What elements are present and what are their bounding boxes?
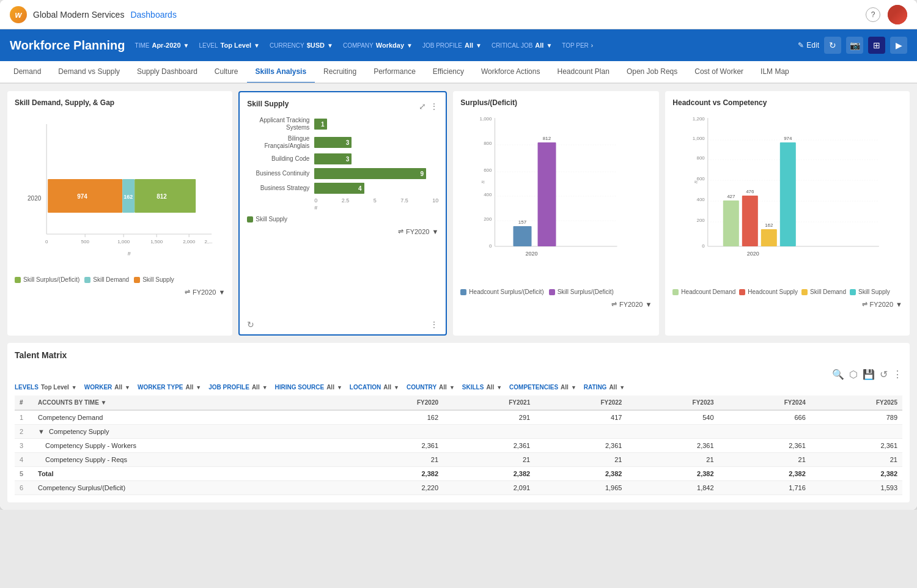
svg-text:2020: 2020 — [28, 195, 42, 202]
save-table-button[interactable]: 💾 — [863, 369, 875, 380]
more-table-button[interactable]: ⋮ — [893, 369, 902, 380]
tab-recruiting[interactable]: Recruiting — [315, 61, 365, 84]
col-fy2021[interactable]: FY2021 — [443, 395, 535, 410]
col-fy2020[interactable]: FY2020 — [352, 395, 443, 410]
skill-supply-title: Skill Supply — [247, 100, 289, 108]
skills-filter[interactable]: SKILLS All ▼ — [462, 384, 502, 391]
ss-x-axis: 02.557.510 — [247, 197, 438, 204]
user-avatar[interactable] — [888, 5, 907, 24]
svg-text:#: # — [128, 251, 131, 257]
svg-text:974: 974 — [77, 193, 87, 200]
svg-text:1,000: 1,000 — [480, 116, 493, 122]
tab-demand-vs-supply[interactable]: Demand vs Supply — [50, 61, 128, 84]
surplus-deficit-footer: ⇌ FY2020 ▼ — [460, 300, 652, 308]
header-actions: ✎ Edit ↻ 📷 ⊞ ▶ — [798, 37, 907, 54]
skill-supply-header: Skill Supply ⤢ ⋮ — [247, 100, 438, 113]
location-filter[interactable]: LOCATION All ▼ — [350, 384, 399, 391]
tab-culture[interactable]: Culture — [206, 61, 247, 84]
tab-workforce-actions[interactable]: Workforce Actions — [473, 61, 548, 84]
level-filter[interactable]: LEVEL Top Level ▼ — [199, 42, 260, 49]
fy-selector-hvc[interactable]: ⇌ FY2020 ▼ — [862, 300, 902, 308]
tab-ilm-map[interactable]: ILM Map — [752, 61, 798, 84]
skill-supply-icons: ⤢ ⋮ — [419, 101, 438, 111]
svg-text:0: 0 — [45, 239, 48, 244]
hiring-source-filter[interactable]: HIRING SOURCE All ▼ — [275, 384, 342, 391]
levels-filter[interactable]: LEVELS Top Level ▼ — [15, 384, 77, 391]
headcount-competency-footer: ⇌ FY2020 ▼ — [672, 300, 902, 308]
refresh-icon-supply[interactable]: ↻ — [247, 320, 254, 329]
job-profile-table-filter[interactable]: JOB PROFILE All ▼ — [208, 384, 267, 391]
ss-row-3: Building Code 3 — [247, 153, 438, 164]
ss-bar-4: 9 — [314, 168, 426, 179]
tab-skills-analysis[interactable]: Skills Analysis — [247, 61, 315, 84]
tab-cost-of-worker[interactable]: Cost of Worker — [686, 61, 752, 84]
tab-open-job-reqs[interactable]: Open Job Reqs — [618, 61, 686, 84]
top-per-filter[interactable]: TOP PER › — [562, 42, 593, 49]
top-bar: w Global Modern Services Dashboards ? — [0, 0, 917, 29]
refresh-button[interactable]: ↻ — [824, 37, 841, 54]
col-accounts[interactable]: ACCOUNTS BY TIME ▼ — [33, 395, 352, 410]
tab-demand[interactable]: Demand — [5, 61, 50, 84]
currency-filter[interactable]: CURRENCY $USD ▼ — [270, 42, 333, 49]
tab-performance[interactable]: Performance — [365, 61, 424, 84]
export-table-button[interactable]: ⬡ — [849, 369, 858, 380]
svg-text:600: 600 — [484, 167, 492, 173]
more-icon-supply[interactable]: ⋮ — [430, 101, 438, 111]
company-filter[interactable]: COMPANY Workday ▼ — [343, 42, 413, 49]
svg-text:200: 200 — [484, 216, 492, 222]
col-fy2023[interactable]: FY2023 — [627, 395, 718, 410]
company-name: Global Modern Services — [33, 10, 124, 20]
svg-text:200: 200 — [697, 218, 705, 223]
fy-selector-surplus[interactable]: ⇌ FY2020 ▼ — [611, 300, 652, 308]
expand-icon[interactable]: ⤢ — [419, 101, 426, 111]
svg-text:1,000: 1,000 — [117, 239, 130, 244]
search-table-button[interactable]: 🔍 — [832, 369, 844, 380]
svg-text:812: 812 — [543, 136, 551, 141]
table-row: 3 Competency Supply - Workers 2,361 2,36… — [15, 439, 902, 453]
reload-table-button[interactable]: ↺ — [880, 369, 888, 380]
worker-filter[interactable]: WORKER All ▼ — [84, 384, 130, 391]
table-row-total: 5 Total 2,382 2,382 2,382 2,382 2,382 2,… — [15, 467, 902, 481]
video-button[interactable]: ▶ — [890, 37, 907, 54]
tab-headcount-plan[interactable]: Headcount Plan — [548, 61, 617, 84]
country-filter[interactable]: COUNTRY All ▼ — [407, 384, 455, 391]
ss-row-1: Applicant Tracking Systems 1 — [247, 117, 438, 131]
legend-demand: Skill Demand — [84, 276, 129, 283]
svg-text:≈: ≈ — [694, 178, 698, 185]
talent-matrix-header: Talent Matrix — [15, 350, 902, 365]
svg-rect-34 — [514, 226, 532, 246]
legend-supply: Skill Supply — [134, 276, 174, 283]
tab-efficiency[interactable]: Efficiency — [424, 61, 473, 84]
fy-selector-supply[interactable]: ⇌ FY2020 ▼ — [398, 227, 438, 235]
svg-text:1,000: 1,000 — [693, 136, 705, 141]
grid-button[interactable]: ⊞ — [868, 37, 885, 54]
w-icon: w — [10, 6, 27, 23]
table-actions: 🔍 ⬡ 💾 ↺ ⋮ — [15, 369, 902, 380]
col-fy2022[interactable]: FY2022 — [535, 395, 627, 410]
more-icon-supply-bottom[interactable]: ⋮ — [430, 320, 438, 329]
col-fy2025[interactable]: FY2025 — [811, 395, 902, 410]
col-fy2024[interactable]: FY2024 — [719, 395, 811, 410]
fy-selector-demand[interactable]: ⇌ FY2020 ▼ — [185, 288, 225, 296]
table-row: 4 Competency Supply - Reqs 21 21 21 21 2… — [15, 453, 902, 467]
header-bar: Workforce Planning TIME Apr-2020 ▼ LEVEL… — [0, 29, 917, 61]
time-filter[interactable]: TIME Apr-2020 ▼ — [135, 42, 190, 49]
worker-type-filter[interactable]: WORKER TYPE All ▼ — [138, 384, 201, 391]
edit-button[interactable]: ✎ Edit — [798, 41, 819, 50]
competencies-filter[interactable]: COMPETENCIES All ▼ — [509, 384, 576, 391]
svg-text:2020: 2020 — [747, 251, 759, 257]
tab-supply-dashboard[interactable]: Supply Dashboard — [128, 61, 206, 84]
workday-logo: w — [10, 6, 27, 23]
dashboards-link[interactable]: Dashboards — [130, 10, 177, 20]
svg-text:600: 600 — [697, 176, 705, 182]
critical-job-filter[interactable]: CRITICAL JOB All ▼ — [492, 42, 552, 49]
legend-dot-surplus — [15, 277, 21, 283]
rating-filter[interactable]: RATING All ▼ — [584, 384, 625, 391]
help-icon[interactable]: ? — [866, 7, 880, 22]
table-row: 2 ▼ Competency Supply — [15, 425, 902, 439]
svg-text:974: 974 — [784, 136, 792, 141]
svg-text:476: 476 — [746, 189, 754, 194]
job-profile-filter[interactable]: JOB PROFILE All ▼ — [422, 42, 482, 49]
headcount-competency-title: Headcount vs Competency — [672, 98, 902, 107]
camera-button[interactable]: 📷 — [846, 37, 863, 54]
